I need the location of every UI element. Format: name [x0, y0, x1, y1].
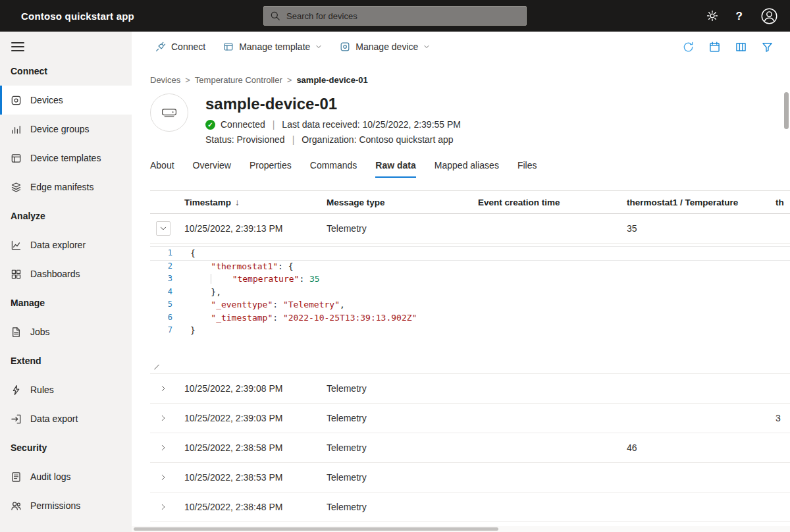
- device-search[interactable]: [263, 6, 527, 26]
- device-header: sample-device-01 ✓ Connected | Last data…: [150, 93, 790, 145]
- expand-row-icon[interactable]: [156, 381, 171, 396]
- manage-device-label: Manage device: [356, 41, 418, 52]
- expand-row-icon[interactable]: [156, 411, 171, 425]
- sidebar-item-data-export[interactable]: Data export: [0, 404, 132, 433]
- code-token: :: [299, 274, 309, 284]
- sidebar-item-label: Devices: [30, 95, 63, 105]
- help-icon[interactable]: ?: [736, 11, 743, 22]
- device-provision-row: Status: Provisioned | Organization: Cont…: [205, 134, 461, 145]
- code-token: ,: [340, 300, 345, 309]
- sidebar-nav: ConnectDevicesDevice groupsDevice templa…: [0, 57, 132, 520]
- status-separator: |: [273, 119, 275, 130]
- table-row[interactable]: 10/25/2022, 2:38:53 PMTelemetry: [150, 463, 790, 492]
- edit-columns-icon[interactable]: [735, 41, 747, 53]
- cell-timestamp: 10/25/2022, 2:39:13 PM: [176, 223, 319, 234]
- sidebar-item-data-explorer[interactable]: Data explorer: [0, 230, 132, 259]
- sidebar-item-dashboards[interactable]: Dashboards: [0, 259, 132, 288]
- tab-raw-data[interactable]: Raw data: [375, 160, 415, 178]
- filter-icon[interactable]: [762, 41, 773, 53]
- horizontal-scrollbar-thumb[interactable]: [134, 527, 498, 531]
- code-token: }: [190, 325, 196, 335]
- expand-row-icon[interactable]: [156, 500, 171, 514]
- cell-message-type: Telemetry: [319, 383, 470, 394]
- data-explorer-icon: [11, 240, 22, 251]
- manage-device-icon: [340, 41, 350, 52]
- sort-descending-icon: ↓: [235, 198, 240, 207]
- breadcrumb-devices[interactable]: Devices: [150, 75, 180, 85]
- breadcrumb-template[interactable]: Temperature Controller: [195, 75, 282, 85]
- raw-data-table: Timestamp ↓ Message type Event creation …: [150, 190, 790, 522]
- vertical-scrollbar-thumb[interactable]: [784, 92, 789, 129]
- connect-button[interactable]: Connect: [155, 41, 205, 52]
- table-row[interactable]: 10/25/2022, 2:39:13 PMTelemetry35: [150, 214, 790, 244]
- tab-about[interactable]: About: [150, 160, 174, 178]
- cell-timestamp: 10/25/2022, 2:39:08 PM: [176, 383, 319, 394]
- tab-overview[interactable]: Overview: [193, 160, 231, 178]
- table-row[interactable]: 10/25/2022, 2:38:48 PMTelemetry: [150, 492, 790, 522]
- raw-data-json-viewer: 1{2 "thermostat1": {3 "temperature": 354…: [150, 244, 790, 374]
- sidebar-item-rules[interactable]: Rules: [0, 375, 132, 404]
- iot-device-icon: [159, 102, 180, 123]
- sidebar-section-connect: Connect: [0, 57, 132, 86]
- manage-template-button[interactable]: Manage template: [223, 41, 322, 52]
- manage-device-button[interactable]: Manage device: [340, 41, 430, 52]
- device-avatar: [150, 93, 188, 132]
- settings-gear-icon[interactable]: [706, 10, 718, 22]
- table-row[interactable]: 10/25/2022, 2:39:03 PMTelemetry3: [150, 404, 790, 433]
- cell-message-type: Telemetry: [319, 223, 470, 234]
- code-token: "2022-10-25T13:39:13.902Z": [283, 313, 417, 323]
- sidebar-section-manage: Manage: [0, 288, 132, 317]
- refresh-icon[interactable]: [683, 41, 694, 53]
- line-number: 4: [150, 286, 172, 299]
- tab-commands[interactable]: Commands: [310, 160, 357, 178]
- expand-row-icon[interactable]: [156, 440, 171, 455]
- provision-status: Status: Provisioned: [205, 134, 285, 145]
- row-expander-cell: [150, 411, 176, 425]
- device-tabs: AboutOverviewPropertiesCommandsRaw dataM…: [150, 160, 790, 178]
- connection-status: Connected: [221, 119, 265, 130]
- manage-template-icon: [223, 41, 234, 52]
- code-token: "temperature": [232, 274, 300, 284]
- sidebar-item-device-groups[interactable]: Device groups: [0, 115, 132, 144]
- main-panel: Connect Manage template Manage device: [132, 32, 790, 532]
- table-row[interactable]: 10/25/2022, 2:38:58 PMTelemetry46: [150, 433, 790, 463]
- tab-mapped-aliases[interactable]: Mapped aliases: [434, 160, 499, 178]
- code-token: [190, 261, 211, 271]
- table-row[interactable]: 10/25/2022, 2:39:08 PMTelemetry: [150, 374, 790, 404]
- sidebar-item-devices[interactable]: Devices: [0, 86, 132, 115]
- sidebar-item-edge-manifests[interactable]: Edge manifests: [0, 173, 132, 201]
- sidebar-item-device-templates[interactable]: Device templates: [0, 144, 132, 173]
- time-range-calendar-icon[interactable]: [709, 41, 720, 53]
- horizontal-scrollbar[interactable]: [132, 526, 790, 532]
- organization: Organization: Contoso quickstart app: [302, 134, 453, 145]
- tab-files[interactable]: Files: [517, 160, 537, 178]
- tab-properties[interactable]: Properties: [250, 160, 292, 178]
- col-thermostat1-temperature[interactable]: thermostat1 / Temperature: [619, 198, 768, 207]
- col-message-type[interactable]: Message type: [319, 198, 470, 207]
- cell-message-type: Telemetry: [319, 502, 470, 512]
- command-bar-right: [683, 41, 773, 53]
- sidebar-item-jobs[interactable]: Jobs: [0, 317, 132, 346]
- sidebar-section-extend: Extend: [0, 346, 132, 375]
- code-line: 5 "_eventtype": "Telemetry",: [150, 298, 790, 311]
- col-clipped[interactable]: th: [768, 198, 790, 207]
- menu-toggle-icon[interactable]: [11, 42, 24, 51]
- app-title: Contoso quickstart app: [21, 11, 134, 22]
- code-token: "thermostat1": [211, 261, 278, 271]
- col-timestamp[interactable]: Timestamp ↓: [176, 198, 319, 207]
- search-input[interactable]: [285, 11, 520, 22]
- expand-row-icon[interactable]: [156, 470, 171, 485]
- line-number: 1: [150, 247, 172, 260]
- sidebar-section-security: Security: [0, 433, 132, 462]
- device-templates-icon: [11, 153, 22, 164]
- editor-resize-handle[interactable]: [154, 365, 159, 370]
- col-label: Timestamp: [184, 198, 231, 207]
- sidebar-item-audit-logs[interactable]: Audit logs: [0, 462, 132, 491]
- col-event-creation-time[interactable]: Event creation time: [470, 198, 619, 207]
- collapse-row-icon[interactable]: [156, 221, 171, 236]
- account-avatar-icon[interactable]: [760, 7, 778, 25]
- sidebar-item-label: Jobs: [30, 327, 50, 337]
- chevron-down-icon: [423, 43, 430, 50]
- command-bar: Connect Manage template Manage device: [132, 32, 790, 62]
- sidebar-item-permissions[interactable]: Permissions: [0, 491, 132, 520]
